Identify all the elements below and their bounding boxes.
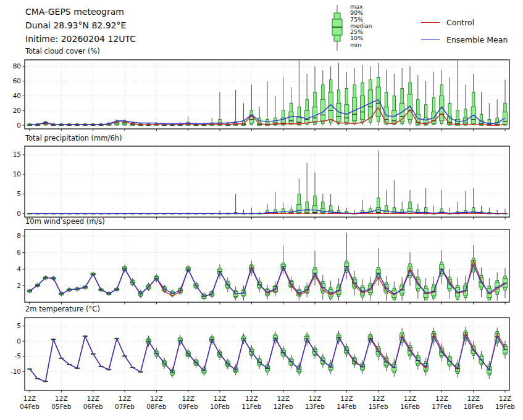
x-tick-hour-label: 12Z [23, 395, 36, 402]
x-tick-hour-label: 12Z [309, 395, 322, 402]
x-tick-hour-label: 12Z [340, 395, 353, 402]
x-tick-hour-label: 12Z [245, 395, 258, 402]
control-legend-row: Control [421, 17, 508, 28]
x-tick-day-label: 05Feb [51, 403, 71, 410]
x-tick-day-label: 17Feb [432, 403, 451, 410]
x-tick-day-label: 06Feb [83, 403, 103, 410]
x-tick-day-label: 12Feb [274, 403, 293, 410]
panel-title-wind-speed: 10m wind speed (m/s) [25, 217, 105, 226]
panel-title-temperature: 2m temperature (°C) [25, 305, 100, 313]
y-tick-label: 0 [17, 121, 21, 129]
y-tick-label: 0 [17, 337, 21, 345]
boxplot-legend-glyph [329, 2, 346, 53]
x-tick-hour-label: 12Z [182, 395, 195, 402]
x-tick-day-label: 10Feb [210, 403, 230, 410]
y-tick-label: 60 [13, 77, 21, 84]
figure-header: CMA-GEPS meteogram Dunai 28.93°N 82.92°E… [25, 5, 136, 46]
ensemble-legend-row: Ensemble Mean [421, 34, 508, 46]
x-tick-day-label: 19Feb [495, 403, 515, 410]
x-tick-day-label: 04Feb [20, 403, 40, 410]
y-tick-label: 15 [13, 150, 21, 158]
x-tick-day-label: 16Feb [400, 403, 420, 410]
x-tick-hour-label: 12Z [277, 395, 290, 402]
x-tick-day-label: 08Feb [146, 403, 166, 410]
y-tick-label: 40 [13, 92, 21, 99]
ensemble-legend-label: Ensemble Mean [446, 35, 508, 44]
x-tick-hour-label: 12Z [150, 395, 163, 402]
panel-title-cloud-cover: Total cloud cover (%) [25, 47, 100, 56]
x-tick-hour-label: 12Z [372, 395, 385, 402]
y-tick-label: 80 [13, 62, 21, 70]
ensemble-line-swatch [421, 39, 440, 40]
x-tick-day-label: 18Feb [464, 403, 483, 410]
x-tick-hour-label: 12Z [55, 395, 68, 402]
y-tick-label: 2 [17, 282, 21, 289]
figure-title: CMA-GEPS meteogram [25, 5, 136, 19]
line-legend: Control Ensemble Mean [421, 17, 508, 51]
y-tick-label: -5 [15, 352, 21, 360]
y-tick-label: 5 [17, 190, 21, 197]
station-location: Dunai 28.93°N 82.92°E [25, 19, 136, 32]
y-tick-label: 0 [17, 210, 21, 217]
x-tick-hour-label: 12Z [467, 395, 480, 402]
panel-title-precipitation: Total precipitation (mm/6h) [25, 134, 122, 142]
y-tick-label: 6 [17, 249, 21, 256]
x-tick-hour-label: 12Z [435, 395, 448, 402]
x-tick-day-label: 15Feb [369, 403, 388, 410]
y-tick-label: 10 [13, 170, 21, 178]
y-tick-label: -10 [10, 368, 21, 375]
legend-label-min: min [350, 42, 372, 48]
x-tick-hour-label: 12Z [214, 395, 227, 402]
control-legend-label: Control [446, 18, 474, 27]
x-tick-hour-label: 12Z [119, 395, 132, 402]
x-tick-day-label: 13Feb [305, 403, 325, 410]
y-tick-label: 4 [17, 265, 21, 273]
temperature-chart: 50-5-1012Z04Feb12Z05Feb12Z06Feb12Z07Feb1… [0, 313, 523, 420]
meteogram-figure: CMA-GEPS meteogram Dunai 28.93°N 82.92°E… [0, 0, 523, 420]
x-tick-day-label: 11Feb [241, 403, 261, 410]
x-tick-day-label: 14Feb [337, 403, 356, 410]
precipitation-chart: 051015 [0, 142, 523, 220]
y-tick-label: 20 [13, 107, 21, 114]
x-tick-hour-label: 12Z [499, 395, 512, 402]
x-tick-hour-label: 12Z [404, 395, 417, 402]
cloud-cover-chart: 020406080 [0, 56, 523, 133]
y-tick-label: 8 [17, 232, 21, 239]
boxplot-legend-labels: max 90% 75% median 25% 10% min [350, 4, 372, 48]
x-tick-day-label: 09Feb [178, 403, 198, 410]
y-tick-label: 5 [17, 322, 21, 329]
x-tick-hour-label: 12Z [86, 395, 99, 402]
wind-speed-chart: 2468 [0, 225, 523, 305]
x-tick-day-label: 07Feb [115, 403, 135, 410]
control-line-swatch [421, 22, 440, 23]
init-time: Initime: 20260204 12UTC [25, 32, 136, 46]
